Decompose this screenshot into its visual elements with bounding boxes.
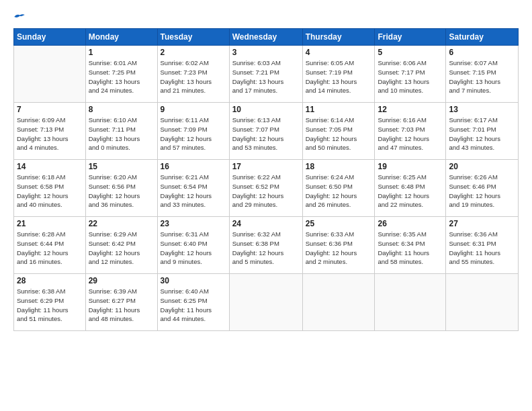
- day-number: 8: [89, 105, 154, 114]
- day-info: Sunrise: 6:28 AMSunset: 6:44 PMDaylight:…: [17, 230, 83, 267]
- day-number: 27: [449, 219, 515, 228]
- calendar-cell: 18Sunrise: 6:24 AMSunset: 6:50 PMDayligh…: [302, 160, 375, 217]
- day-number: 7: [17, 105, 83, 114]
- day-info: Sunrise: 6:20 AMSunset: 6:56 PMDaylight:…: [89, 173, 154, 210]
- day-number: 6: [449, 48, 515, 57]
- calendar-cell: 21Sunrise: 6:28 AMSunset: 6:44 PMDayligh…: [14, 217, 86, 274]
- calendar-table: SundayMondayTuesdayWednesdayThursdayFrid…: [13, 28, 519, 331]
- weekday-header: Tuesday: [157, 29, 229, 46]
- day-info: Sunrise: 6:33 AMSunset: 6:36 PMDaylight:…: [306, 230, 372, 267]
- day-number: 9: [161, 105, 226, 114]
- day-number: 4: [306, 48, 372, 57]
- day-number: 3: [232, 48, 300, 57]
- calendar-cell: 23Sunrise: 6:31 AMSunset: 6:40 PMDayligh…: [157, 217, 229, 274]
- logo-bird-icon: [13, 12, 26, 21]
- day-number: 15: [89, 162, 154, 171]
- weekday-header: Wednesday: [229, 29, 302, 46]
- calendar-cell: 15Sunrise: 6:20 AMSunset: 6:56 PMDayligh…: [85, 160, 157, 217]
- calendar-cell: [375, 274, 446, 331]
- calendar-cell: 1Sunrise: 6:01 AMSunset: 7:25 PMDaylight…: [85, 46, 157, 103]
- calendar-cell: 26Sunrise: 6:35 AMSunset: 6:34 PMDayligh…: [375, 217, 446, 274]
- day-info: Sunrise: 6:38 AMSunset: 6:29 PMDaylight:…: [17, 287, 83, 324]
- day-number: 29: [89, 276, 154, 285]
- day-number: 26: [378, 219, 443, 228]
- weekday-header: Saturday: [446, 29, 519, 46]
- calendar-page: SundayMondayTuesdayWednesdayThursdayFrid…: [0, 0, 532, 411]
- day-number: 22: [89, 219, 154, 228]
- day-info: Sunrise: 6:10 AMSunset: 7:11 PMDaylight:…: [89, 116, 154, 152]
- day-info: Sunrise: 6:26 AMSunset: 6:46 PMDaylight:…: [449, 173, 515, 210]
- calendar-cell: 11Sunrise: 6:14 AMSunset: 7:05 PMDayligh…: [302, 103, 375, 160]
- day-info: Sunrise: 6:01 AMSunset: 7:25 PMDaylight:…: [89, 58, 154, 95]
- day-number: 30: [161, 276, 226, 285]
- day-number: 14: [17, 162, 83, 171]
- calendar-week-row: 21Sunrise: 6:28 AMSunset: 6:44 PMDayligh…: [14, 217, 519, 274]
- day-info: Sunrise: 6:22 AMSunset: 6:52 PMDaylight:…: [232, 173, 300, 210]
- calendar-cell: 16Sunrise: 6:21 AMSunset: 6:54 PMDayligh…: [157, 160, 229, 217]
- calendar-cell: [14, 46, 86, 103]
- calendar-week-row: 1Sunrise: 6:01 AMSunset: 7:25 PMDaylight…: [14, 46, 519, 103]
- header: [13, 12, 519, 21]
- calendar-cell: 3Sunrise: 6:03 AMSunset: 7:21 PMDaylight…: [229, 46, 302, 103]
- calendar-cell: 8Sunrise: 6:10 AMSunset: 7:11 PMDaylight…: [85, 103, 157, 160]
- day-info: Sunrise: 6:14 AMSunset: 7:05 PMDaylight:…: [306, 116, 372, 152]
- calendar-cell: 14Sunrise: 6:18 AMSunset: 6:58 PMDayligh…: [14, 160, 86, 217]
- day-number: 20: [449, 162, 515, 171]
- day-info: Sunrise: 6:24 AMSunset: 6:50 PMDaylight:…: [306, 173, 372, 210]
- day-number: 5: [378, 48, 443, 57]
- day-number: 11: [306, 105, 372, 114]
- calendar-cell: 28Sunrise: 6:38 AMSunset: 6:29 PMDayligh…: [14, 274, 86, 331]
- calendar-cell: 22Sunrise: 6:29 AMSunset: 6:42 PMDayligh…: [85, 217, 157, 274]
- day-info: Sunrise: 6:36 AMSunset: 6:31 PMDaylight:…: [449, 230, 515, 267]
- day-info: Sunrise: 6:18 AMSunset: 6:58 PMDaylight:…: [17, 173, 83, 210]
- calendar-cell: 29Sunrise: 6:39 AMSunset: 6:27 PMDayligh…: [85, 274, 157, 331]
- calendar-header-row: SundayMondayTuesdayWednesdayThursdayFrid…: [14, 29, 519, 46]
- day-number: 17: [232, 162, 300, 171]
- day-number: 23: [161, 219, 226, 228]
- calendar-cell: [446, 274, 519, 331]
- calendar-cell: 5Sunrise: 6:06 AMSunset: 7:17 PMDaylight…: [375, 46, 446, 103]
- day-info: Sunrise: 6:32 AMSunset: 6:38 PMDaylight:…: [232, 230, 300, 267]
- day-number: 28: [17, 276, 83, 285]
- calendar-cell: [229, 274, 302, 331]
- day-info: Sunrise: 6:39 AMSunset: 6:27 PMDaylight:…: [89, 287, 154, 324]
- calendar-cell: [302, 274, 375, 331]
- day-info: Sunrise: 6:02 AMSunset: 7:23 PMDaylight:…: [161, 58, 226, 95]
- day-number: 16: [161, 162, 226, 171]
- weekday-header: Monday: [85, 29, 157, 46]
- calendar-cell: 19Sunrise: 6:25 AMSunset: 6:48 PMDayligh…: [375, 160, 446, 217]
- day-number: 10: [232, 105, 300, 114]
- calendar-cell: 27Sunrise: 6:36 AMSunset: 6:31 PMDayligh…: [446, 217, 519, 274]
- weekday-header: Sunday: [14, 29, 86, 46]
- calendar-cell: 30Sunrise: 6:40 AMSunset: 6:25 PMDayligh…: [157, 274, 229, 331]
- calendar-cell: 2Sunrise: 6:02 AMSunset: 7:23 PMDaylight…: [157, 46, 229, 103]
- day-info: Sunrise: 6:17 AMSunset: 7:01 PMDaylight:…: [449, 116, 515, 152]
- calendar-cell: 24Sunrise: 6:32 AMSunset: 6:38 PMDayligh…: [229, 217, 302, 274]
- day-info: Sunrise: 6:31 AMSunset: 6:40 PMDaylight:…: [161, 230, 226, 267]
- day-number: 1: [89, 48, 154, 57]
- day-info: Sunrise: 6:21 AMSunset: 6:54 PMDaylight:…: [161, 173, 226, 210]
- weekday-header: Friday: [375, 29, 446, 46]
- day-info: Sunrise: 6:06 AMSunset: 7:17 PMDaylight:…: [378, 58, 443, 95]
- calendar-cell: 6Sunrise: 6:07 AMSunset: 7:15 PMDaylight…: [446, 46, 519, 103]
- calendar-cell: 25Sunrise: 6:33 AMSunset: 6:36 PMDayligh…: [302, 217, 375, 274]
- calendar-cell: 13Sunrise: 6:17 AMSunset: 7:01 PMDayligh…: [446, 103, 519, 160]
- day-info: Sunrise: 6:11 AMSunset: 7:09 PMDaylight:…: [161, 116, 226, 152]
- calendar-cell: 4Sunrise: 6:05 AMSunset: 7:19 PMDaylight…: [302, 46, 375, 103]
- day-info: Sunrise: 6:13 AMSunset: 7:07 PMDaylight:…: [232, 116, 300, 152]
- day-info: Sunrise: 6:03 AMSunset: 7:21 PMDaylight:…: [232, 58, 300, 95]
- day-number: 12: [378, 105, 443, 114]
- day-info: Sunrise: 6:05 AMSunset: 7:19 PMDaylight:…: [306, 58, 372, 95]
- calendar-cell: 10Sunrise: 6:13 AMSunset: 7:07 PMDayligh…: [229, 103, 302, 160]
- day-number: 2: [161, 48, 226, 57]
- calendar-week-row: 14Sunrise: 6:18 AMSunset: 6:58 PMDayligh…: [14, 160, 519, 217]
- day-number: 21: [17, 219, 83, 228]
- calendar-cell: 7Sunrise: 6:09 AMSunset: 7:13 PMDaylight…: [14, 103, 86, 160]
- day-info: Sunrise: 6:29 AMSunset: 6:42 PMDaylight:…: [89, 230, 154, 267]
- day-info: Sunrise: 6:16 AMSunset: 7:03 PMDaylight:…: [378, 116, 443, 152]
- calendar-cell: 9Sunrise: 6:11 AMSunset: 7:09 PMDaylight…: [157, 103, 229, 160]
- day-number: 19: [378, 162, 443, 171]
- day-number: 25: [306, 219, 372, 228]
- calendar-cell: 20Sunrise: 6:26 AMSunset: 6:46 PMDayligh…: [446, 160, 519, 217]
- day-info: Sunrise: 6:35 AMSunset: 6:34 PMDaylight:…: [378, 230, 443, 267]
